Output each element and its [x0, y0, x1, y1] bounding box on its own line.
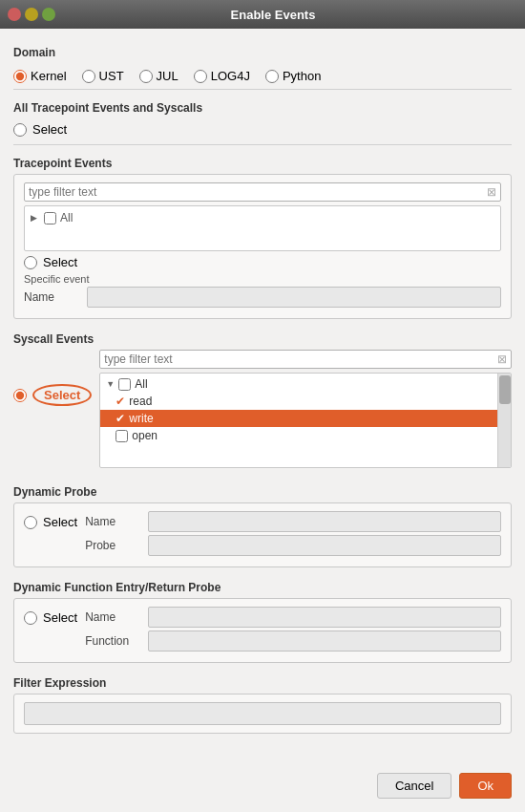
syscall-row-write[interactable]: ✔ write [100, 410, 511, 427]
syscall-collapse-arrow[interactable]: ▼ [106, 379, 115, 389]
dynamic-probe-probe-label: Probe [85, 539, 142, 552]
syscall-row-read[interactable]: ✔ read [100, 393, 511, 410]
syscall-right-col: ⊠ ▼ All ✔ read ✔ [99, 350, 512, 472]
dynamic-probe-box: Select Name Probe [13, 502, 512, 567]
dynamic-probe-probe-input[interactable] [148, 535, 501, 556]
tracepoint-tree-all-row: ▶ All [29, 210, 496, 225]
domain-log4j[interactable]: LOG4J [194, 69, 250, 83]
domain-python-label: Python [283, 69, 321, 83]
minimize-button[interactable] [25, 8, 38, 21]
ok-button[interactable]: Ok [459, 773, 512, 799]
syscall-row-all[interactable]: ▼ All [100, 375, 511, 393]
domain-kernel[interactable]: Kernel [13, 69, 67, 83]
dynamic-function-box: Select Name Function [13, 598, 512, 663]
syscall-select-row: Select [13, 384, 92, 406]
domain-kernel-radio[interactable] [13, 70, 27, 83]
tracepoint-clear-icon[interactable]: ⊠ [487, 185, 496, 199]
all-tracepoint-label: All Tracepoint Events and Syscalls [13, 101, 512, 115]
domain-python[interactable]: Python [265, 69, 321, 83]
dynamic-probe-probe-row: Probe [85, 535, 501, 556]
domain-ust[interactable]: UST [82, 69, 124, 83]
dynamic-probe-select-label: Select [43, 515, 77, 529]
dynamic-function-name-label: Name [85, 610, 142, 624]
tracepoint-name-row: Name [24, 287, 501, 308]
syscall-row-open[interactable]: open [100, 427, 511, 444]
specific-event-label: Specific event [24, 273, 501, 285]
dynamic-probe-fields: Name Probe [85, 511, 501, 559]
syscall-all-label: All [135, 377, 147, 391]
domain-log4j-radio[interactable] [194, 70, 207, 83]
syscall-events-label: Syscall Events [13, 332, 512, 346]
maximize-button[interactable] [42, 8, 55, 21]
window-controls[interactable] [8, 8, 55, 21]
syscall-read-label: read [129, 395, 152, 408]
dynamic-probe-name-label: Name [85, 515, 142, 528]
domain-jul[interactable]: JUL [139, 69, 178, 83]
syscall-select-circled: Select [32, 384, 92, 406]
dynamic-function-radio[interactable] [24, 611, 37, 625]
tracepoint-tree-all-check[interactable] [44, 212, 56, 224]
filter-expression-input[interactable] [24, 702, 501, 725]
domain-jul-label: JUL [157, 69, 178, 83]
syscall-open-label: open [132, 429, 158, 442]
dynamic-function-name-row: Name [85, 607, 501, 628]
syscall-clear-icon[interactable]: ⊠ [497, 353, 507, 366]
close-button[interactable] [8, 8, 21, 21]
tracepoint-tree: ▶ All [24, 205, 501, 251]
filter-expression-box [13, 694, 512, 734]
domain-kernel-label: Kernel [31, 69, 67, 83]
dynamic-probe-name-row: Name [85, 511, 501, 532]
domain-label: Domain [13, 46, 512, 59]
dynamic-probe-label: Dynamic Probe [13, 485, 512, 499]
syscall-scrollbar-thumb [499, 375, 511, 404]
dynamic-probe-name-input[interactable] [148, 511, 501, 532]
all-tracepoint-select-label: Select [32, 122, 67, 137]
syscall-scrollbar[interactable] [497, 374, 511, 467]
dialog-body: Domain Kernel UST JUL LOG4J Python All T… [0, 29, 525, 812]
syscall-open-check[interactable] [116, 430, 128, 442]
filter-expression-label: Filter Expression [13, 676, 512, 690]
domain-ust-radio[interactable] [82, 70, 95, 83]
tracepoint-filter-input[interactable] [29, 185, 487, 199]
tracepoint-events-label: Tracepoint Events [13, 157, 512, 170]
syscall-select-col: Select [13, 350, 92, 406]
syscall-write-check-icon: ✔ [116, 412, 125, 425]
window-title: Enable Events [63, 8, 483, 22]
syscall-select-radio[interactable] [13, 389, 27, 402]
tracepoint-tree-arrow[interactable]: ▶ [31, 213, 40, 223]
cancel-button[interactable]: Cancel [377, 773, 452, 799]
domain-ust-label: UST [99, 69, 124, 83]
dynamic-function-label: Dynamic Function Entry/Return Probe [13, 581, 512, 594]
dynamic-function-name-input[interactable] [148, 607, 501, 628]
tracepoint-select-row: Select [24, 255, 501, 269]
tracepoint-name-input[interactable] [87, 287, 501, 308]
specific-event-area: Specific event Name [24, 273, 501, 308]
syscall-filter-bar[interactable]: ⊠ [99, 350, 512, 369]
dynamic-function-function-row: Function [85, 630, 501, 652]
all-tracepoint-row: Select [13, 118, 512, 140]
domain-jul-radio[interactable] [139, 70, 153, 83]
dynamic-probe-select-row: Select [24, 511, 77, 529]
syscall-all-check[interactable] [118, 378, 131, 391]
dynamic-function-select-row: Select [24, 607, 77, 625]
all-tracepoint-radio[interactable] [13, 123, 27, 137]
dynamic-function-function-input[interactable] [148, 630, 501, 652]
dynamic-function-select-label: Select [43, 610, 77, 625]
syscall-read-check-icon: ✔ [116, 395, 125, 408]
syscall-filter-input[interactable] [104, 353, 497, 366]
syscall-write-label: write [129, 412, 153, 425]
dynamic-probe-radio[interactable] [24, 516, 37, 529]
tracepoint-select-radio[interactable] [24, 256, 37, 269]
dynamic-function-fields: Name Function [85, 607, 501, 654]
syscall-tree-inner: ▼ All ✔ read ✔ write [100, 374, 511, 446]
domain-row: Kernel UST JUL LOG4J Python [13, 63, 512, 85]
tracepoint-events-box: ⊠ ▶ All Select Specific event Name [13, 174, 512, 319]
domain-log4j-label: LOG4J [211, 69, 250, 83]
domain-python-radio[interactable] [265, 70, 279, 83]
tracepoint-select-label: Select [43, 255, 77, 269]
bottom-bar: Cancel Ok [13, 765, 512, 802]
tracepoint-filter-bar[interactable]: ⊠ [24, 182, 501, 202]
tracepoint-name-label: Name [24, 290, 81, 304]
tracepoint-tree-all-label: All [60, 211, 73, 224]
dynamic-function-function-label: Function [85, 634, 142, 648]
